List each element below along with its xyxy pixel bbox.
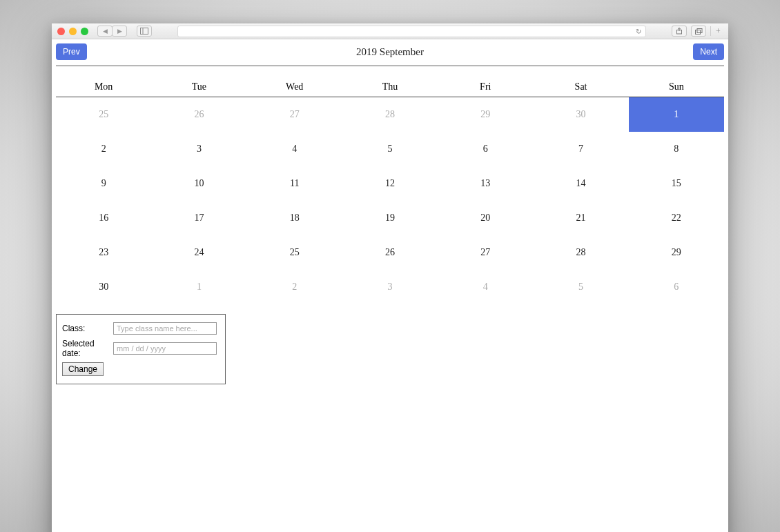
day-cell[interactable]: 8 xyxy=(629,132,724,166)
sidebar-icon xyxy=(140,28,148,35)
svg-rect-0 xyxy=(141,28,148,35)
selected-date-input[interactable] xyxy=(113,342,217,355)
tabs-button[interactable] xyxy=(691,26,706,37)
week-row: 2526272829301 xyxy=(56,97,724,132)
close-icon[interactable] xyxy=(57,28,65,35)
window-titlebar: ◀ ▶ ↻ xyxy=(52,23,728,39)
nav-buttons: ◀ ▶ xyxy=(97,26,126,37)
day-cell[interactable]: 6 xyxy=(438,132,533,166)
day-cell[interactable]: 20 xyxy=(438,201,533,235)
week-row: 2345678 xyxy=(56,132,724,166)
day-cell[interactable]: 23 xyxy=(56,235,151,270)
day-cell[interactable]: 25 xyxy=(56,97,151,132)
prev-button[interactable]: Prev xyxy=(56,43,87,60)
selected-date-label: Selected date: xyxy=(62,337,113,360)
share-button[interactable] xyxy=(672,26,687,37)
weekday-cell: Wed xyxy=(247,79,342,97)
day-cell[interactable]: 3 xyxy=(151,132,246,166)
sidebar-toggle-button[interactable] xyxy=(137,26,152,37)
day-cell[interactable]: 17 xyxy=(151,201,246,235)
day-cell[interactable]: 7 xyxy=(533,132,628,166)
forward-button[interactable]: ▶ xyxy=(112,26,127,37)
weekday-cell: Sun xyxy=(629,79,724,97)
day-cell[interactable]: 28 xyxy=(533,235,628,270)
next-button[interactable]: Next xyxy=(693,43,724,60)
month-title: 2019 September xyxy=(56,46,724,58)
weekday-cell: Mon xyxy=(56,79,151,97)
page-content: Prev 2019 September Next MonTueWedThuFri… xyxy=(52,39,728,532)
day-cell[interactable]: 2 xyxy=(247,270,342,304)
day-cell[interactable]: 27 xyxy=(247,97,342,132)
calendar-grid: 2526272829301234567891011121314151617181… xyxy=(56,97,724,304)
day-cell[interactable]: 26 xyxy=(151,97,246,132)
new-tab-button[interactable]: + xyxy=(710,26,723,36)
weekday-cell: Thu xyxy=(342,79,438,97)
day-cell[interactable]: 22 xyxy=(629,201,724,235)
day-cell[interactable]: 15 xyxy=(629,166,724,201)
back-button[interactable]: ◀ xyxy=(97,26,113,37)
weekday-cell: Tue xyxy=(151,79,246,97)
day-cell[interactable]: 2 xyxy=(56,132,151,166)
day-cell[interactable]: 30 xyxy=(533,97,628,132)
minimize-icon[interactable] xyxy=(69,28,77,35)
class-input[interactable] xyxy=(113,322,217,335)
day-cell[interactable]: 26 xyxy=(342,235,438,270)
reload-icon[interactable]: ↻ xyxy=(636,28,641,35)
day-cell[interactable]: 30 xyxy=(56,270,151,304)
tabs-icon xyxy=(695,28,703,35)
week-row: 16171819202122 xyxy=(56,201,724,235)
day-cell[interactable]: 6 xyxy=(629,270,724,304)
day-cell[interactable]: 12 xyxy=(342,166,438,201)
day-cell[interactable]: 25 xyxy=(247,235,342,270)
svg-rect-5 xyxy=(697,28,702,32)
day-cell[interactable]: 1 xyxy=(151,270,246,304)
day-cell[interactable]: 21 xyxy=(533,201,628,235)
day-cell[interactable]: 11 xyxy=(247,166,342,201)
weekday-row: MonTueWedThuFriSatSun xyxy=(56,79,724,97)
weekday-cell: Sat xyxy=(533,79,628,97)
svg-rect-4 xyxy=(695,30,700,34)
week-row: 30123456 xyxy=(56,270,724,304)
day-cell[interactable]: 18 xyxy=(247,201,342,235)
day-cell[interactable]: 29 xyxy=(438,97,533,132)
day-cell[interactable]: 14 xyxy=(533,166,628,201)
day-cell[interactable]: 27 xyxy=(438,235,533,270)
window-controls xyxy=(57,28,88,35)
class-label: Class: xyxy=(62,320,113,337)
day-cell[interactable]: 10 xyxy=(151,166,246,201)
share-icon xyxy=(676,28,683,35)
day-cell[interactable]: 5 xyxy=(533,270,628,304)
day-cell[interactable]: 13 xyxy=(438,166,533,201)
change-button[interactable]: Change xyxy=(62,362,104,376)
day-cell[interactable]: 19 xyxy=(342,201,438,235)
day-cell[interactable]: 1 xyxy=(629,97,724,132)
day-cell[interactable]: 3 xyxy=(342,270,438,304)
day-cell[interactable]: 24 xyxy=(151,235,246,270)
week-row: 23242526272829 xyxy=(56,235,724,270)
url-bar[interactable]: ↻ xyxy=(177,26,646,37)
maximize-icon[interactable] xyxy=(81,28,88,35)
week-row: 9101112131415 xyxy=(56,166,724,201)
day-cell[interactable]: 5 xyxy=(342,132,438,166)
day-cell[interactable]: 28 xyxy=(342,97,438,132)
day-cell[interactable]: 16 xyxy=(56,201,151,235)
calendar-header: Prev 2019 September Next xyxy=(56,43,724,66)
day-cell[interactable]: 4 xyxy=(438,270,533,304)
day-cell[interactable]: 4 xyxy=(247,132,342,166)
weekday-cell: Fri xyxy=(438,79,533,97)
day-cell[interactable]: 29 xyxy=(629,235,724,270)
edit-panel: Class: Selected date: Change xyxy=(56,314,226,384)
day-cell[interactable]: 9 xyxy=(56,166,151,201)
